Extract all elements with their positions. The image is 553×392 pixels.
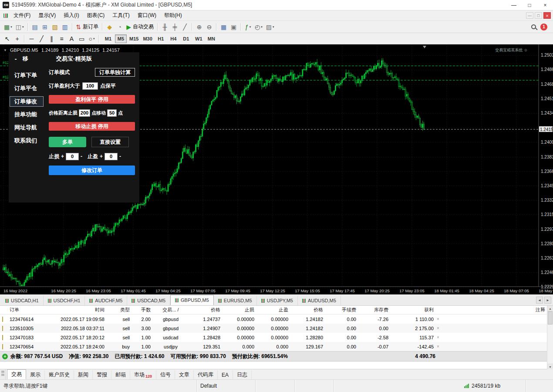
- tab-scroll-left-icon[interactable]: ◄: [536, 297, 543, 304]
- panel-menu-item[interactable]: 订单修改: [10, 96, 44, 107]
- sl-input[interactable]: [66, 153, 79, 160]
- mdi-close-icon[interactable]: ×: [543, 12, 551, 19]
- order-row[interactable]: 1235103052022.05.18 03:37:11sell3.00gbpu…: [0, 324, 553, 333]
- timeframe-M1[interactable]: M1: [102, 34, 114, 43]
- close-icon[interactable]: ×: [537, 0, 553, 10]
- tile-windows-button[interactable]: ▦: [219, 22, 229, 32]
- new-chart-button[interactable]: ▦▾: [2, 22, 14, 32]
- zoom-in-button[interactable]: ⊕: [194, 22, 204, 32]
- col-symbol[interactable]: 交易... /: [152, 307, 189, 313]
- scroll-down-icon[interactable]: ▼: [547, 364, 553, 369]
- fibonacci-button[interactable]: ≡: [57, 34, 67, 44]
- chart-tab[interactable]: USDCHF,H1: [44, 296, 85, 305]
- chart-tab[interactable]: AUDCHF,M5: [85, 296, 127, 305]
- direct-set-button[interactable]: 直接设置: [91, 137, 129, 147]
- metaeditor-button[interactable]: ◆: [105, 22, 115, 32]
- sl-plus-icon[interactable]: +: [61, 153, 64, 159]
- chart-tab[interactable]: GBPUSD,M5: [170, 295, 214, 305]
- timeframe-M5[interactable]: M5: [115, 34, 127, 43]
- minimize-icon[interactable]: —: [506, 0, 522, 10]
- col-lots[interactable]: 手数: [132, 307, 152, 313]
- trailing-stop-toggle-button[interactable]: 移动止损 停用: [49, 122, 135, 131]
- panel-minimize-icon[interactable]: -: [12, 56, 19, 62]
- trendline-button[interactable]: ╱: [37, 34, 47, 44]
- chart-area[interactable]: #123510305 sell 3.00#123476614 sell 2.00…: [0, 44, 553, 294]
- panel-menu-item[interactable]: 联系我们: [10, 135, 44, 146]
- menu-charts[interactable]: 图表(C): [83, 10, 109, 20]
- notification-badge[interactable]: 1: [540, 24, 547, 30]
- terminal-tab-警报[interactable]: 警报: [93, 370, 111, 379]
- candlestick-chart-button[interactable]: ╪: [170, 22, 180, 32]
- col-order[interactable]: 订单: [8, 307, 48, 313]
- periods-button[interactable]: ◴▾: [253, 22, 264, 32]
- col-comment[interactable]: 注释: [443, 307, 553, 313]
- trail-step-input[interactable]: [107, 109, 117, 117]
- strategy-tester-button[interactable]: ◔: [115, 22, 125, 32]
- order-mode-button[interactable]: 订单单独计算: [95, 68, 135, 77]
- menu-insert[interactable]: 插入(I): [60, 10, 83, 20]
- col-price[interactable]: 价格: [290, 307, 325, 313]
- autotrading-button[interactable]: ▶自动交易: [125, 22, 155, 32]
- menu-file[interactable]: 文件(F): [10, 10, 34, 20]
- chart-tab[interactable]: AUDUSD,M5: [298, 296, 341, 305]
- market-watch-button[interactable]: ▤: [30, 22, 40, 32]
- terminal-tab-展示[interactable]: 展示: [26, 370, 45, 379]
- panel-drag-handle[interactable]: 移: [23, 55, 28, 63]
- line-chart-button[interactable]: ╱: [180, 22, 190, 32]
- order-row[interactable]: 1234706542022.05.17 18:24:00buy1.00usdjp…: [0, 342, 553, 351]
- terminal-tab-EA[interactable]: EA: [218, 370, 233, 379]
- chart-tab[interactable]: USDCAD,H1: [1, 296, 44, 305]
- col-open-price[interactable]: 价格: [189, 307, 222, 313]
- navigator-button[interactable]: ▧: [50, 22, 60, 32]
- crosshair-button[interactable]: +: [12, 34, 22, 44]
- col-swap[interactable]: 库存费: [358, 307, 390, 313]
- terminal-tab-账户历史[interactable]: 账户历史: [45, 370, 74, 379]
- terminal-tab-新闻[interactable]: 新闻: [74, 370, 93, 379]
- menu-view[interactable]: 显示(V): [34, 10, 60, 20]
- trail-distance-input[interactable]: [79, 109, 90, 117]
- terminal-tab-信号[interactable]: 信号: [156, 370, 175, 379]
- scrollbar-track[interactable]: [547, 311, 553, 364]
- col-profit[interactable]: 获利: [390, 307, 435, 313]
- tp-plus-icon[interactable]: +: [100, 153, 103, 159]
- panel-menu-item[interactable]: 订单平仓: [10, 83, 44, 94]
- indicators-button[interactable]: ƒ▾: [243, 22, 253, 32]
- timeframe-M15[interactable]: M15: [128, 34, 140, 43]
- menu-window[interactable]: 窗口(W): [134, 10, 160, 20]
- data-window-button[interactable]: ⊞: [40, 22, 50, 32]
- mdi-minimize-icon[interactable]: —: [526, 12, 533, 19]
- order-row[interactable]: 1234766142022.05.17 19:09:58sell2.00gbpu…: [0, 314, 553, 324]
- chart-tab[interactable]: EURUSD,M5: [214, 296, 257, 305]
- modify-order-button[interactable]: 修改订单: [49, 166, 135, 175]
- timeframe-W1[interactable]: W1: [193, 34, 205, 43]
- bar-chart-button[interactable]: ╫: [160, 22, 170, 32]
- close-order-icon[interactable]: ×: [435, 344, 443, 349]
- timeframe-H4[interactable]: H4: [168, 34, 179, 43]
- terminal-button[interactable]: ▥: [60, 22, 70, 32]
- timeframe-MN[interactable]: MN: [206, 34, 217, 43]
- sl-minus-icon[interactable]: -: [81, 153, 82, 159]
- terminal-tab-交易[interactable]: 交易: [7, 369, 26, 379]
- col-sl[interactable]: 止损: [222, 307, 256, 313]
- terminal-tab-日志[interactable]: 日志: [233, 370, 252, 379]
- profiles-button[interactable]: ◫▾: [14, 22, 26, 32]
- tp-minus-icon[interactable]: -: [119, 153, 121, 159]
- close-order-icon[interactable]: ×: [435, 326, 443, 331]
- chart-tab[interactable]: USDJPY,M5: [257, 296, 298, 305]
- arrange-windows-button[interactable]: ▣: [229, 22, 239, 32]
- new-order-button[interactable]: ⇅新订单: [74, 22, 101, 32]
- col-type[interactable]: 类型: [106, 307, 132, 313]
- zoom-out-button[interactable]: ⊖: [204, 22, 214, 32]
- menu-tools[interactable]: 工具(T): [108, 10, 133, 20]
- panel-menu-item[interactable]: 网址导航: [10, 122, 44, 133]
- arrow-label-button[interactable]: ▭: [77, 34, 87, 44]
- template-button[interactable]: ▨▾: [264, 22, 276, 32]
- terminal-tab-邮箱[interactable]: 邮箱: [111, 370, 130, 379]
- col-commission[interactable]: 手续费: [325, 307, 358, 313]
- terminal-dock-strip[interactable]: [0, 369, 6, 379]
- panel-menu-item[interactable]: 订单下单: [10, 70, 44, 81]
- terminal-tab-代码库[interactable]: 代码库: [194, 370, 218, 379]
- horizontal-line-button[interactable]: ─: [27, 34, 37, 44]
- order-row[interactable]: 1234701832022.05.17 18:20:12sell1.00usdc…: [0, 333, 553, 342]
- panel-titlebar[interactable]: - 移 交易宝-精英版: [9, 52, 139, 63]
